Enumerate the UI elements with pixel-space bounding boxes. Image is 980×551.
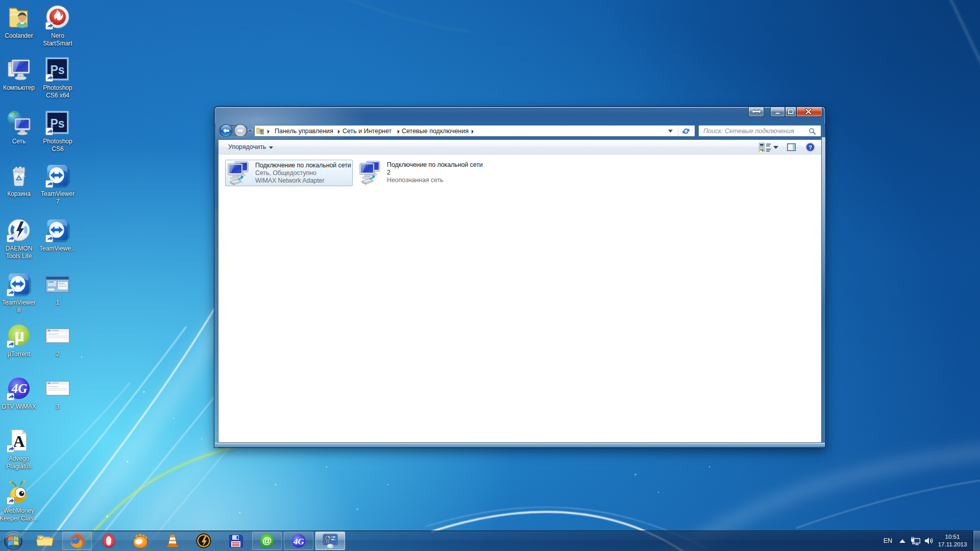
- svg-text:4G: 4G: [293, 537, 305, 546]
- svg-text:@: @: [262, 535, 272, 546]
- svg-text:A: A: [13, 432, 24, 450]
- svg-text:?: ?: [808, 144, 812, 151]
- svg-text:µ: µ: [14, 325, 24, 345]
